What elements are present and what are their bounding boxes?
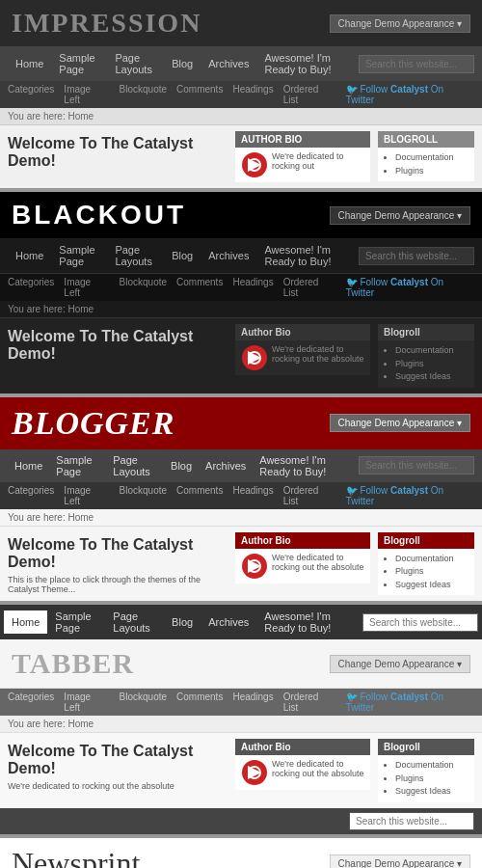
author-logo-blogger — [241, 553, 268, 580]
nav-archives[interactable]: Archives — [201, 610, 256, 634]
nav-layouts[interactable]: Page Layouts — [106, 449, 164, 482]
blogroll-item: Suggest Ideas — [395, 785, 469, 799]
subnav-ordered[interactable]: Ordered List — [283, 84, 336, 105]
impression-blogroll: BLOGROLL Documentation Plugins — [378, 131, 474, 182]
author-logo — [241, 151, 268, 178]
blogroll-title-tabber: Blogroll — [378, 739, 474, 755]
nav-layouts[interactable]: Page Layouts — [107, 46, 164, 81]
author-logo-tabber — [241, 759, 268, 786]
nav-layouts[interactable]: Page Layouts — [105, 605, 164, 639]
newsprint-header: Newsprint Change Demo Appearance ▾ — [0, 838, 482, 869]
nav-ready[interactable]: Awesome! I'm Ready to Buy! — [253, 449, 359, 482]
change-demo-button-newsprint[interactable]: Change Demo Appearance ▾ — [330, 854, 470, 869]
blogroll-item: Plugins — [395, 358, 469, 371]
subnav-image-left[interactable]: Image Left — [64, 692, 109, 713]
author-logo-blackout — [241, 344, 268, 371]
blackout-author-widget: Author Bio We're dedicated to rocking ou… — [235, 324, 370, 388]
subnav-blockquote[interactable]: Blockquote — [120, 84, 167, 105]
blackout-title: BLACKOUT — [12, 200, 186, 231]
subnav-categories[interactable]: Categories — [8, 692, 54, 713]
nav-sample[interactable]: Sample Page — [51, 46, 107, 81]
blogger-main: Welcome To The Catalyst Demo! This is th… — [8, 532, 228, 596]
nav-layouts[interactable]: Page Layouts — [107, 238, 164, 273]
blogroll-item: Plugins — [395, 565, 469, 579]
blogger-author-widget: Author Bio We're dedicated to rocking ou… — [235, 532, 370, 596]
subnav-headings[interactable]: Headings — [232, 692, 273, 713]
subnav-ordered[interactable]: Ordered List — [283, 692, 336, 713]
subnav-ordered[interactable]: Ordered List — [283, 277, 336, 298]
subnav-categories[interactable]: Categories — [8, 84, 54, 105]
nav-home[interactable]: Home — [8, 455, 49, 476]
nav-blog[interactable]: Blog — [164, 455, 199, 476]
search-input-tabber[interactable] — [362, 613, 478, 632]
nav-blog[interactable]: Blog — [164, 244, 201, 267]
impression-nav: Home Sample Page Page Layouts Blog Archi… — [0, 46, 482, 81]
subnav-headings[interactable]: Headings — [232, 277, 273, 298]
blackout-nav: Home Sample Page Page Layouts Blog Archi… — [0, 238, 482, 274]
subnav-image-left[interactable]: Image Left — [64, 84, 109, 105]
nav-ready[interactable]: Awesome! I'm Ready to Buy! — [256, 238, 359, 273]
nav-home[interactable]: Home — [8, 52, 51, 75]
blogroll-content-blogger: Documentation Plugins Suggest Ideas — [378, 549, 474, 596]
nav-home[interactable]: Home — [8, 244, 51, 267]
subnav-headings[interactable]: Headings — [232, 485, 273, 506]
blogroll-title: BLOGROLL — [378, 131, 474, 148]
page-title-blogger: Welcome To The Catalyst Demo! — [8, 536, 228, 571]
nav-sample[interactable]: Sample Page — [47, 605, 105, 639]
search-input-impression[interactable] — [359, 55, 474, 73]
nav-blog[interactable]: Blog — [164, 52, 201, 75]
subnav-categories[interactable]: Categories — [8, 485, 54, 506]
subnav-comments[interactable]: Comments — [176, 485, 223, 506]
nav-archives[interactable]: Archives — [201, 52, 256, 75]
change-demo-button-blogger[interactable]: Change Demo Appearance ▾ — [330, 414, 470, 432]
blogroll-title-blogger: Blogroll — [378, 532, 474, 549]
nav-ready[interactable]: Awesome! I'm Ready to Buy! — [256, 605, 362, 639]
tabber-content: Welcome To The Catalyst Demo! We're dedi… — [0, 733, 482, 808]
blogger-title: BLOGGER — [12, 405, 174, 442]
search-input-blogger[interactable] — [359, 456, 474, 475]
change-demo-button-tabber[interactable]: Change Demo Appearance ▾ — [330, 655, 470, 673]
author-bio-title-tabber: Author Bio — [235, 739, 370, 755]
author-bio-content-tabber: We're dedicated to rocking out the absol… — [235, 755, 370, 790]
subnav-blockquote[interactable]: Blockquote — [120, 485, 167, 506]
blogroll-item: Documentation — [395, 151, 469, 165]
breadcrumb-impression: You are here: Home — [0, 108, 482, 125]
subnav-image-left[interactable]: Image Left — [64, 485, 109, 506]
nav-blog[interactable]: Blog — [164, 610, 201, 634]
impression-author-widget: AUTHOR BIO We're dedicated to rocking ou… — [235, 131, 370, 182]
search-input-blackout[interactable] — [359, 247, 474, 265]
theme-blogger: BLOGGER Change Demo Appearance ▾ Home Sa… — [0, 397, 482, 602]
theme-impression: IMPRESSION Change Demo Appearance ▾ Home… — [0, 0, 482, 188]
subnav-comments[interactable]: Comments — [176, 277, 223, 298]
blogroll-content: Documentation Plugins — [378, 148, 474, 181]
tabber-subnav: Categories Image Left Blockquote Comment… — [0, 689, 482, 716]
nav-archives[interactable]: Archives — [199, 455, 253, 476]
search-input-tabber-bottom[interactable] — [349, 812, 474, 830]
nav-sample[interactable]: Sample Page — [49, 449, 106, 482]
subnav-categories[interactable]: Categories — [8, 277, 54, 298]
twitter-follow-blogger: 🐦 Follow Catalyst On Twitter — [346, 485, 474, 506]
subnav-headings[interactable]: Headings — [232, 84, 273, 105]
nav-home[interactable]: Home — [4, 610, 47, 634]
subnav-ordered[interactable]: Ordered List — [283, 485, 336, 506]
author-bio-text-blogger: We're dedicated to rocking out the absol… — [272, 553, 364, 580]
tabber-body-text: We're dedicated to rocking out the absol… — [8, 781, 228, 791]
tabber-search-bar-bottom — [0, 808, 482, 834]
page-title-blackout: Welcome To The Catalyst Demo! — [8, 328, 228, 363]
change-demo-button-blackout[interactable]: Change Demo Appearance ▾ — [330, 206, 470, 225]
subnav-blockquote[interactable]: Blockquote — [120, 277, 167, 298]
subnav-comments[interactable]: Comments — [176, 84, 223, 105]
page-title-tabber: Welcome To The Catalyst Demo! — [8, 743, 228, 777]
nav-sample[interactable]: Sample Page — [51, 238, 107, 273]
subnav-image-left[interactable]: Image Left — [64, 277, 109, 298]
blogroll-item: Documentation — [395, 759, 469, 773]
author-bio-content: We're dedicated to rocking out — [235, 148, 370, 182]
nav-ready[interactable]: Awesome! I'm Ready to Buy! — [256, 46, 359, 81]
nav-archives[interactable]: Archives — [201, 244, 256, 267]
author-bio-content-blogger: We're dedicated to rocking out the absol… — [235, 549, 370, 583]
subnav-blockquote[interactable]: Blockquote — [120, 692, 167, 713]
subnav-comments[interactable]: Comments — [176, 692, 223, 713]
impression-subnav: Categories Image Left Blockquote Comment… — [0, 81, 482, 108]
change-demo-button-impression[interactable]: Change Demo Appearance ▾ — [330, 14, 470, 33]
blogroll-item: Suggest Ideas — [395, 370, 469, 384]
